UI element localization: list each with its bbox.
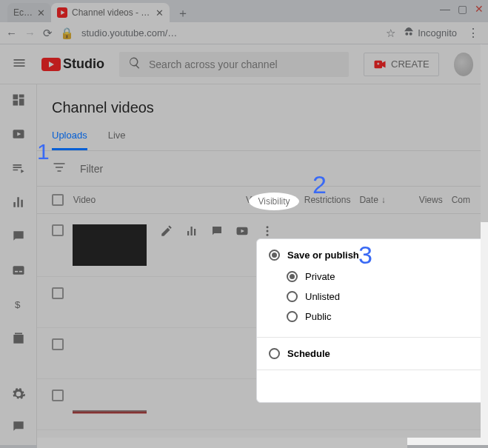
radio-icon[interactable] — [269, 250, 280, 261]
dashboard-icon[interactable] — [10, 92, 27, 108]
close-icon[interactable]: ✕ — [37, 7, 45, 19]
video-thumbnail[interactable] — [73, 390, 147, 419]
svg-point-16 — [267, 234, 269, 236]
studio-logo-text: Studio — [63, 56, 104, 72]
filter-label[interactable]: Filter — [80, 163, 103, 175]
more-icon[interactable] — [261, 224, 274, 240]
svg-marker-3 — [382, 61, 386, 67]
browser-tab[interactable]: Ec… ✕ — [7, 3, 51, 22]
library-icon[interactable] — [10, 330, 27, 347]
comments-icon[interactable] — [10, 228, 27, 244]
window-minimize-icon[interactable]: — — [440, 3, 450, 15]
back-icon[interactable]: ← — [6, 27, 17, 39]
create-icon — [373, 58, 387, 71]
column-date[interactable]: Date ↓ — [359, 195, 409, 205]
row-checkbox[interactable] — [52, 224, 64, 236]
column-video[interactable]: Video — [73, 195, 237, 205]
search-input[interactable] — [149, 58, 340, 70]
page-title: Channel videos — [37, 84, 485, 122]
search-field[interactable] — [119, 52, 349, 77]
vertical-scrollbar[interactable] — [481, 44, 488, 445]
svg-text:$: $ — [15, 299, 21, 310]
panel-schedule[interactable]: Schedule — [269, 348, 488, 359]
menu-icon[interactable] — [12, 56, 27, 73]
browser-tab[interactable]: Channel videos - YouTube Stu… ✕ — [51, 3, 170, 22]
address-bar: ← → ⟳ 🔒 ☆ Incognito ⋮ — [0, 22, 488, 44]
column-visibility[interactable]: Visibility — [246, 195, 295, 205]
visibility-panel: Save or publish Private Unlisted Public … — [256, 238, 488, 403]
video-thumbnail[interactable] — [73, 338, 147, 368]
new-tab-button[interactable]: ＋ — [174, 4, 192, 22]
youtube-icon — [41, 58, 61, 71]
radio-icon[interactable] — [287, 291, 298, 302]
browser-tab-title: Ec… — [13, 7, 33, 18]
column-views[interactable]: Views — [418, 195, 442, 205]
visibility-option-private[interactable]: Private — [269, 267, 488, 287]
videos-icon[interactable] — [10, 126, 27, 142]
radio-icon[interactable] — [287, 311, 298, 322]
select-all-checkbox[interactable] — [52, 194, 64, 206]
svg-rect-10 — [19, 271, 21, 273]
browser-chrome: Ec… ✕ Channel videos - YouTube Stu… ✕ ＋ … — [0, 0, 488, 44]
analytics-icon[interactable] — [10, 194, 27, 210]
topbar: Studio CREATE — [0, 44, 485, 84]
horizontal-scrollbar[interactable] — [37, 438, 481, 445]
browser-menu-icon[interactable]: ⋮ — [464, 26, 482, 40]
incognito-label: Incognito — [418, 27, 457, 39]
studio-logo[interactable]: Studio — [41, 56, 104, 72]
incognito-badge: Incognito — [403, 26, 457, 40]
playlists-icon[interactable] — [10, 160, 27, 176]
row-hover-actions — [160, 224, 274, 240]
close-icon[interactable]: ✕ — [156, 7, 164, 19]
column-restrictions[interactable]: Restrictions — [304, 195, 351, 205]
sidebar: $ — [0, 84, 37, 445]
video-thumbnail[interactable] — [73, 224, 147, 266]
svg-rect-5 — [378, 62, 378, 64]
column-comments[interactable]: Com — [452, 195, 470, 205]
window-close-icon[interactable]: ✕ — [475, 3, 484, 15]
svg-point-14 — [267, 226, 269, 228]
window-controls: — ▢ ✕ — [440, 3, 484, 15]
row-checkbox[interactable] — [52, 287, 64, 299]
sort-down-icon: ↓ — [381, 195, 386, 205]
filter-icon[interactable] — [52, 160, 67, 177]
window-maximize-icon[interactable]: ▢ — [458, 3, 467, 15]
subtitles-icon[interactable] — [10, 262, 27, 278]
search-icon — [128, 56, 141, 72]
incognito-icon — [403, 26, 415, 40]
panel-save-publish[interactable]: Save or publish — [269, 250, 488, 261]
monetization-icon[interactable]: $ — [10, 296, 27, 312]
svg-point-15 — [267, 230, 269, 233]
radio-icon[interactable] — [269, 348, 280, 359]
svg-rect-8 — [13, 266, 24, 275]
comments-icon[interactable] — [210, 224, 224, 240]
filter-row: Filter — [37, 151, 485, 187]
feedback-icon[interactable] — [10, 418, 27, 435]
visibility-option-unlisted[interactable]: Unlisted — [269, 287, 488, 307]
lock-icon: 🔒 — [60, 27, 74, 40]
reload-icon[interactable]: ⟳ — [43, 27, 53, 40]
url-input[interactable] — [81, 27, 378, 39]
analytics-icon[interactable] — [185, 224, 198, 240]
tab-uploads[interactable]: Uploads — [52, 122, 87, 150]
bookmark-star-icon[interactable]: ☆ — [386, 27, 395, 40]
avatar[interactable] — [454, 53, 473, 76]
radio-icon[interactable] — [287, 271, 298, 282]
create-button[interactable]: CREATE — [364, 53, 439, 76]
youtube-favicon-icon — [57, 7, 67, 18]
tabs: Uploads Live — [37, 122, 485, 151]
row-checkbox[interactable] — [52, 338, 64, 350]
tab-live[interactable]: Live — [108, 122, 126, 150]
table-header: Video Visibility Restrictions Date ↓ Vie… — [37, 187, 485, 214]
edit-icon[interactable] — [160, 224, 173, 240]
create-label: CREATE — [391, 58, 429, 70]
youtube-icon[interactable] — [235, 224, 249, 240]
visibility-option-public[interactable]: Public — [269, 307, 488, 327]
svg-rect-9 — [15, 271, 18, 273]
browser-tab-title: Channel videos - YouTube Stu… — [72, 7, 151, 18]
tab-strip: Ec… ✕ Channel videos - YouTube Stu… ✕ ＋ — [0, 0, 488, 22]
settings-icon[interactable] — [10, 386, 27, 402]
row-checkbox[interactable] — [52, 390, 64, 401]
video-thumbnail[interactable] — [73, 287, 147, 317]
forward-icon[interactable]: → — [24, 27, 36, 39]
